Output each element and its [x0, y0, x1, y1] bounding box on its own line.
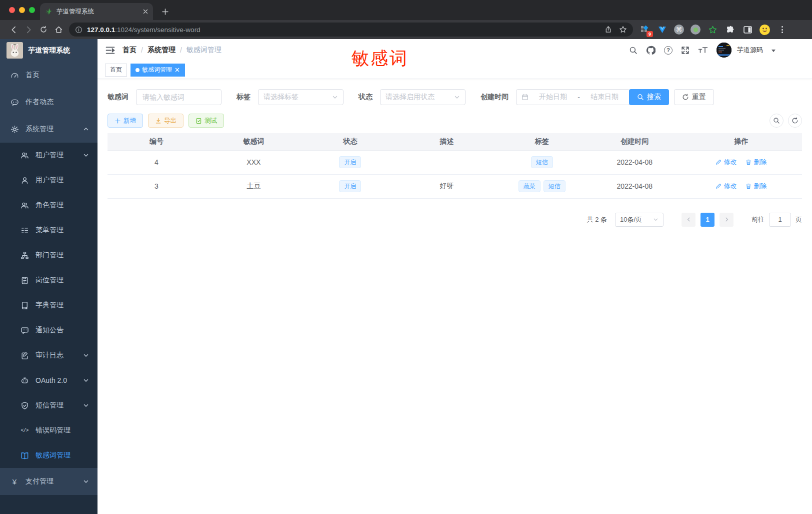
tag-badge: 短信 [531, 156, 553, 168]
extensions-puzzle-icon[interactable] [724, 24, 736, 35]
font-size-icon[interactable] [698, 46, 708, 54]
delete-link[interactable]: 删除 [746, 158, 766, 167]
forward-button[interactable] [21, 23, 36, 37]
prev-page-button[interactable] [682, 213, 696, 227]
table-tools [770, 114, 802, 128]
sidebar-item-sensitive-word[interactable]: 敏感词管理 [0, 443, 98, 468]
collapse-sidebar-icon[interactable] [106, 46, 115, 55]
back-button[interactable] [6, 23, 21, 37]
badge-icon [20, 276, 29, 285]
browser-tab[interactable]: 芋道管理系统 [40, 3, 153, 20]
delete-link[interactable]: 删除 [746, 182, 766, 191]
sidebar-item-error-code[interactable]: </> 错误码管理 [0, 418, 98, 443]
status-select[interactable]: 请选择启用状态 [380, 89, 466, 105]
add-button[interactable]: 新增 [108, 114, 143, 128]
username-label[interactable]: 芋道源码 [737, 46, 763, 55]
home-button[interactable] [51, 23, 66, 37]
sidebar-menu: 首页 作者动态 系统管理 租户管理 [0, 62, 98, 514]
status-label: 状态 [358, 93, 372, 102]
extension-command-icon[interactable]: ⌘ [674, 25, 684, 35]
tag-close-icon[interactable] [174, 67, 180, 73]
filter-keyword-group: 敏感词 [108, 89, 222, 105]
extension-grid-icon[interactable]: 9 [639, 24, 650, 35]
start-date-placeholder: 开始日期 [533, 93, 573, 102]
help-icon[interactable]: ? [664, 46, 672, 55]
extension-recorder-icon[interactable] [690, 25, 700, 35]
sidebar-item-dict[interactable]: 字典管理 [0, 293, 98, 318]
active-dot [136, 68, 140, 72]
fullscreen-icon[interactable] [681, 46, 690, 55]
sidebar-item-tenant[interactable]: 租户管理 [0, 143, 98, 168]
tab-close-icon[interactable] [143, 9, 148, 14]
cell-ops: 修改 删除 [680, 174, 802, 198]
show-search-button[interactable] [770, 114, 784, 128]
date-range-picker[interactable]: 开始日期 - 结束日期 [516, 89, 630, 105]
test-button[interactable]: 测试 [188, 114, 224, 128]
github-icon[interactable] [646, 46, 656, 55]
col-word: 敏感词 [206, 133, 302, 150]
sidebar-item-role[interactable]: 角色管理 [0, 193, 98, 218]
sidebar-item-user[interactable]: 用户管理 [0, 168, 98, 193]
site-info-icon[interactable] [75, 26, 82, 34]
cell-created: 2022-04-08 [589, 150, 680, 174]
profile-avatar-icon[interactable] [760, 25, 770, 35]
sidebar-item-oauth2[interactable]: OAuth 2.0 [0, 368, 98, 393]
logo-image [6, 42, 23, 59]
refresh-button[interactable] [788, 114, 802, 128]
close-window-button[interactable] [9, 7, 15, 13]
user-menu-caret-icon[interactable] [772, 50, 776, 52]
breadcrumb-home[interactable]: 首页 [122, 46, 136, 55]
top-navbar: 首页 / 系统管理 / 敏感词管理 ? [98, 39, 812, 61]
goto-page-input[interactable] [769, 213, 791, 227]
share-icon[interactable] [604, 26, 612, 34]
sensitive-word-table: 编号 敏感词 状态 描述 标签 创建时间 操作 4 XXX [108, 133, 802, 199]
sidebar-item-audit-log[interactable]: 审计日志 [0, 343, 98, 368]
keyword-input[interactable] [136, 89, 222, 105]
col-created: 创建时间 [589, 133, 680, 150]
extension-star-icon[interactable] [707, 24, 718, 35]
extensions-area: 9 ⌘ [639, 24, 786, 35]
side-panel-icon[interactable] [742, 24, 753, 35]
sidebar-item-system[interactable]: 系统管理 [0, 116, 98, 143]
minimize-window-button[interactable] [19, 7, 25, 13]
extension-vue-devtools-icon[interactable] [656, 24, 668, 35]
page-size-select[interactable]: 10条/页 [615, 213, 664, 227]
search-icon[interactable] [629, 46, 638, 55]
book-icon [20, 301, 29, 310]
browser-menu-icon[interactable] [778, 26, 786, 33]
next-page-button[interactable] [720, 213, 734, 227]
search-button[interactable]: 搜索 [629, 89, 669, 105]
tag-label: 首页 [110, 66, 122, 74]
new-tab-button[interactable] [159, 6, 171, 18]
sidebar-item-post[interactable]: 岗位管理 [0, 268, 98, 293]
edit-link[interactable]: 修改 [716, 158, 736, 167]
cell-desc: 好呀 [398, 174, 495, 198]
toolbar-row: 新增 导出 测试 [108, 114, 802, 128]
app-logo[interactable]: 芋道管理系统 [0, 39, 98, 62]
cell-desc [398, 150, 495, 174]
sidebar-item-pay[interactable]: ¥ 支付管理 [0, 468, 98, 495]
sidebar-item-sms[interactable]: 短信管理 [0, 393, 98, 418]
zoom-window-button[interactable] [29, 7, 35, 13]
tag-home[interactable]: 首页 [105, 64, 127, 77]
tag-sensitive-word[interactable]: 敏感词管理 [130, 64, 185, 77]
bookmark-star-icon[interactable] [619, 26, 627, 34]
sidebar-item-notice[interactable]: 通知公告 [0, 318, 98, 343]
tag-select[interactable]: 请选择标签 [258, 89, 344, 105]
sidebar-item-author-news[interactable]: 作者动态 [0, 89, 98, 116]
export-button[interactable]: 导出 [148, 114, 184, 128]
sidebar-item-dept[interactable]: 部门管理 [0, 243, 98, 268]
address-bar[interactable]: 127.0.0.1:1024/system/sensitive-word [69, 23, 633, 37]
page-number-button[interactable]: 1 [700, 213, 714, 227]
edit-note-icon [20, 351, 29, 360]
col-ops: 操作 [680, 133, 802, 150]
green-dot [694, 28, 698, 32]
sidebar-item-label: 岗位管理 [36, 276, 64, 285]
sidebar-item-home[interactable]: 首页 [0, 62, 98, 89]
sidebar-item-menu[interactable]: 菜单管理 [0, 218, 98, 243]
breadcrumb-system[interactable]: 系统管理 [148, 46, 176, 55]
edit-link[interactable]: 修改 [716, 182, 736, 191]
reset-button[interactable]: 重置 [674, 89, 714, 105]
reload-button[interactable] [36, 23, 51, 37]
user-avatar[interactable] [716, 43, 732, 58]
